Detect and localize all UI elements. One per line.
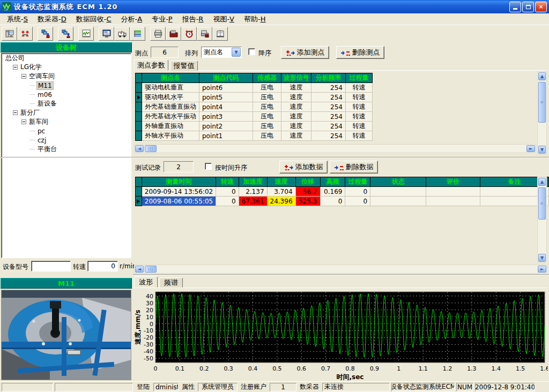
points-hscroll-thumb[interactable]: ||| [145, 145, 157, 152]
cell[interactable]: 外壳基础水平振动 [142, 112, 199, 122]
cell[interactable]: 67.361 [239, 197, 267, 206]
records-table-row[interactable]: 2009-09-14 13:56:0202.1373.70456.70.1690 [136, 187, 549, 197]
cell[interactable]: 压电 [253, 83, 281, 93]
speed-input[interactable]: 0 [87, 261, 118, 272]
cell[interactable]: 速度 [281, 112, 311, 122]
records-vscrollbar[interactable]: ▲ ≡ ▼ [537, 177, 547, 263]
computer-button[interactable] [2, 27, 17, 41]
cell[interactable]: 254 [311, 93, 346, 102]
column-header[interactable]: 测点名 [142, 73, 199, 83]
add-data-button[interactable]: 添加数据 [279, 161, 328, 174]
cell[interactable]: 525.3 [295, 197, 320, 206]
collapse-icon[interactable] [21, 119, 26, 124]
sort-dropdown[interactable]: 测点名 ▼ [201, 47, 242, 58]
column-header[interactable]: 测量时间 [142, 177, 216, 187]
column-header[interactable]: 波形信号 [281, 73, 311, 83]
cell[interactable]: 速度 [281, 102, 311, 112]
restore-button[interactable] [522, 2, 534, 12]
waveform-chart-button[interactable] [78, 27, 94, 41]
column-header[interactable]: 过程量 [345, 177, 370, 187]
cell[interactable]: 转速 [346, 131, 373, 141]
cell[interactable]: 2009-08-06 00:55:05 [142, 197, 216, 206]
logbook-button[interactable] [212, 27, 228, 41]
row-selector[interactable] [136, 131, 142, 141]
cell[interactable]: point1 [199, 131, 253, 141]
cell[interactable] [370, 187, 426, 197]
cell[interactable]: 0 [320, 197, 345, 206]
cell[interactable]: 254 [311, 122, 346, 131]
cell[interactable]: 转速 [346, 102, 373, 112]
cell[interactable]: 0 [345, 197, 370, 206]
cell[interactable]: point4 [199, 102, 253, 112]
menu-视图-V[interactable]: 视图-V [208, 13, 239, 25]
cell[interactable]: 转速 [346, 83, 373, 93]
cell[interactable]: point2 [199, 122, 253, 131]
scroll-up-icon[interactable]: ▲ [538, 178, 546, 186]
points-hscrollbar[interactable]: ◄ ||| ► [134, 144, 536, 153]
records-vscroll-thumb[interactable]: ≡ [538, 187, 546, 220]
data-download-button[interactable] [38, 27, 53, 41]
cell[interactable]: 0 [216, 197, 239, 206]
tree-item-pc[interactable]: pc [2, 126, 131, 135]
menu-专业-P[interactable]: 专业-P [147, 13, 177, 25]
cell[interactable]: 254 [311, 102, 346, 112]
records-hscroll-thumb[interactable]: ||| [145, 266, 157, 273]
points-table-row[interactable]: 外壳基础垂直振动point4压电速度254转速 [136, 102, 373, 112]
print-report-button[interactable] [197, 27, 212, 41]
row-selector[interactable] [136, 112, 142, 122]
column-header[interactable]: 测点代码 [199, 73, 253, 83]
tree-item-czj[interactable]: czj [2, 135, 131, 145]
column-header[interactable]: 过程量 [346, 73, 373, 83]
cell[interactable]: 2.137 [239, 187, 267, 197]
tree-item-新分厂[interactable]: 新分厂 [2, 108, 131, 117]
cell[interactable]: 外轴水平振动 [142, 131, 199, 141]
cell[interactable]: 速度 [281, 131, 311, 141]
scroll-up-icon[interactable]: ▲ [538, 72, 546, 80]
cell[interactable]: 外壳基础垂直振动 [142, 102, 199, 112]
add-point-button[interactable]: 添加测点 [281, 46, 329, 59]
dropdown-arrow-icon[interactable]: ▼ [232, 48, 241, 57]
tree-item-M11[interactable]: M11 [2, 81, 131, 90]
cell[interactable]: 速度 [281, 83, 311, 93]
scroll-down-icon[interactable]: ▼ [538, 254, 546, 262]
alarm-clock-button[interactable] [181, 27, 197, 41]
tree-item-新设备[interactable]: 新设备 [2, 99, 131, 108]
column-header[interactable]: 评价 [426, 177, 480, 187]
minimize-button[interactable] [509, 2, 521, 12]
points-table-row[interactable]: 驱动电机垂直point6压电速度254转速 [136, 83, 373, 93]
menu-分析-A[interactable]: 分析-A [116, 13, 147, 25]
cell[interactable]: point6 [199, 83, 253, 93]
alarm-ambulance-button[interactable] [114, 27, 130, 41]
points-table-row[interactable]: 外壳基础水平振动point3压电速度254转速 [136, 112, 373, 122]
cell[interactable]: 254 [311, 131, 346, 141]
cell[interactable]: 0 [345, 187, 370, 197]
tree-item-新车间[interactable]: 新车间 [2, 117, 131, 126]
tree-item-LG化学[interactable]: LG化学 [2, 63, 131, 72]
device-model-input[interactable] [31, 261, 71, 272]
time-ascending-checkbox[interactable] [205, 163, 212, 170]
points-table-row[interactable]: 驱动电机水平point5压电速度254转速 [136, 93, 373, 102]
cell[interactable]: 0 [216, 187, 239, 197]
cell[interactable]: 速度 [281, 122, 311, 131]
chart-tab-波形[interactable]: 波形 [134, 276, 158, 288]
points-table-row[interactable]: 外轴垂直振动point2压电速度254转速 [136, 122, 373, 131]
cell[interactable]: point5 [199, 93, 253, 102]
cell[interactable]: 0.169 [320, 187, 345, 197]
cell[interactable]: 2009-09-14 13:56:02 [142, 187, 216, 197]
records-hscrollbar[interactable]: ◄ ||| ► [134, 265, 547, 274]
report-monitor-button[interactable] [99, 27, 114, 41]
points-table-row[interactable]: 外轴水平振动point1压电速度254转速 [136, 131, 373, 141]
close-button[interactable]: × [535, 2, 547, 12]
cell[interactable]: 压电 [253, 131, 281, 141]
records-table-row[interactable]: 2009-08-06 00:55:05067.36124.396525.300 [136, 197, 549, 206]
delete-data-button[interactable]: 删除数据 [330, 161, 378, 174]
print-folder-button[interactable] [166, 27, 181, 41]
cell[interactable] [426, 187, 480, 197]
column-header[interactable]: 状态 [370, 177, 426, 187]
cell[interactable]: 254 [311, 112, 346, 122]
menu-数据回收-C[interactable]: 数据回收-C [71, 13, 116, 25]
cell[interactable]: 转速 [346, 112, 373, 122]
points-vscroll-thumb[interactable]: ≡ [538, 82, 546, 123]
column-header[interactable]: 高频 [320, 177, 345, 187]
chart-tab-频谱[interactable]: 频谱 [159, 277, 183, 288]
